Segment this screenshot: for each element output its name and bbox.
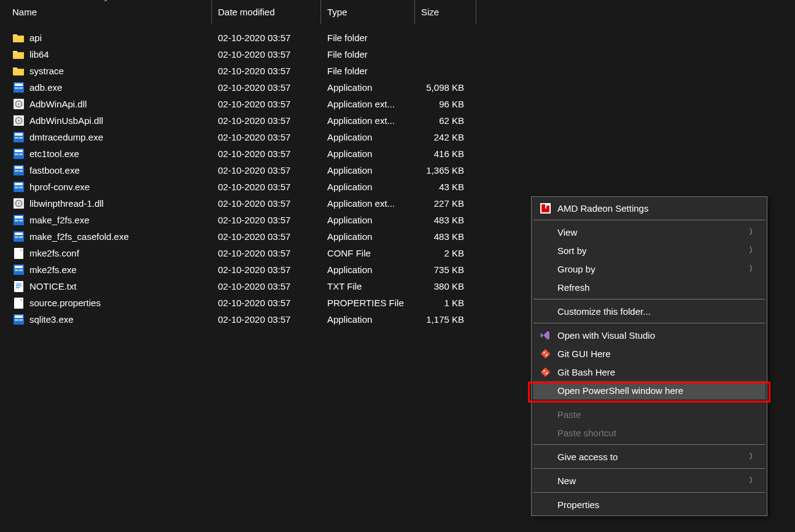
file-row[interactable]: systrace02-10-2020 03:57File folder <box>0 63 795 79</box>
file-date: 02-10-2020 03:57 <box>212 132 321 142</box>
column-header-date-label: Date modified <box>218 7 275 17</box>
sort-ascending-icon: ⌃ <box>103 0 108 6</box>
menu-open-powershell[interactable]: Open PowerShell window here <box>533 381 766 399</box>
chevron-right-icon: 〉 <box>749 263 757 274</box>
column-header-date[interactable]: Date modified <box>212 0 321 24</box>
svg-rect-46 <box>14 298 23 309</box>
menu-git-bash[interactable]: Git Bash Here <box>533 363 766 381</box>
svg-rect-17 <box>19 153 23 155</box>
file-name: make_f2fs.exe <box>29 215 90 225</box>
column-header-name[interactable]: Name ⌃ <box>0 0 212 24</box>
svg-rect-19 <box>15 166 23 169</box>
file-date: 02-10-2020 03:57 <box>212 99 321 109</box>
file-date: 02-10-2020 03:57 <box>212 115 321 126</box>
column-header-size-label: Size <box>421 7 439 17</box>
file-name: NOTICE.txt <box>29 281 77 291</box>
file-row[interactable]: fastboot.exe02-10-2020 03:57Application1… <box>0 162 795 179</box>
file-name: etc1tool.exe <box>29 148 79 159</box>
file-type: PROPERTIES File <box>321 298 415 308</box>
file-row[interactable]: dmtracedump.exe02-10-2020 03:57Applicati… <box>0 129 795 145</box>
file-row[interactable]: adb.exe02-10-2020 03:57Application5,098 … <box>0 79 795 96</box>
column-header-name-label: Name <box>12 7 37 17</box>
file-row[interactable]: api02-10-2020 03:57File folder <box>0 29 795 46</box>
file-date: 02-10-2020 03:57 <box>212 231 321 242</box>
file-name: fastboot.exe <box>29 165 80 175</box>
menu-paste-shortcut: Paste shortcut <box>533 423 766 442</box>
file-row[interactable]: hprof-conv.exe02-10-2020 03:57Applicatio… <box>0 179 795 195</box>
exe-icon <box>12 214 25 226</box>
file-row[interactable]: AdbWinApi.dll02-10-2020 03:57Application… <box>0 96 795 112</box>
menu-properties-label: Properties <box>539 499 757 510</box>
file-size: 242 KB <box>415 132 470 142</box>
file-size: 416 KB <box>415 148 470 159</box>
menu-new[interactable]: New 〉 <box>533 471 766 490</box>
menu-give-access[interactable]: Give access to 〉 <box>533 447 766 466</box>
file-size: 1 KB <box>415 298 470 308</box>
file-type: TXT File <box>321 281 415 291</box>
file-name: AdbWinApi.dll <box>29 99 87 109</box>
menu-view-label: View <box>539 227 749 237</box>
git-icon <box>539 347 551 360</box>
svg-rect-12 <box>15 137 18 139</box>
column-header-size[interactable]: Size <box>415 0 476 24</box>
menu-view[interactable]: View 〉 <box>533 223 766 241</box>
svg-rect-36 <box>19 236 23 238</box>
menu-refresh-label: Refresh <box>539 282 757 293</box>
column-header-type-label: Type <box>327 7 347 17</box>
svg-rect-31 <box>15 220 18 222</box>
file-size: 380 KB <box>415 281 470 291</box>
menu-amd-radeon[interactable]: AMD Radeon Settings <box>533 199 766 217</box>
menu-sort-by[interactable]: Sort by 〉 <box>533 241 766 260</box>
file-date: 02-10-2020 03:57 <box>212 248 321 258</box>
menu-refresh[interactable]: Refresh <box>533 278 766 296</box>
menu-gitbash-label: Git Bash Here <box>556 367 757 377</box>
file-date: 02-10-2020 03:57 <box>212 66 321 76</box>
menu-git-gui[interactable]: Git GUI Here <box>533 344 766 363</box>
column-header-type[interactable]: Type <box>321 0 415 24</box>
menu-separator <box>533 323 765 323</box>
amd-radeon-icon <box>539 202 551 214</box>
file-date: 02-10-2020 03:57 <box>212 33 321 43</box>
file-name: api <box>29 33 42 43</box>
svg-rect-32 <box>19 220 23 222</box>
file-name: adb.exe <box>29 82 62 93</box>
file-size: 1,175 KB <box>415 314 470 325</box>
file-size: 2 KB <box>415 248 470 258</box>
menu-giveaccess-label: Give access to <box>539 452 749 462</box>
txt-icon <box>12 280 25 293</box>
menu-group-by[interactable]: Group by 〉 <box>533 260 766 278</box>
svg-rect-49 <box>15 319 18 321</box>
svg-rect-48 <box>15 315 23 318</box>
menu-open-vs[interactable]: Open with Visual Studio <box>533 326 766 344</box>
exe-icon <box>12 131 25 144</box>
svg-rect-23 <box>15 183 23 185</box>
file-type: File folder <box>321 49 415 60</box>
file-row[interactable]: lib6402-10-2020 03:57File folder <box>0 46 795 63</box>
file-type: File folder <box>321 33 415 43</box>
file-row[interactable]: AdbWinUsbApi.dll02-10-2020 03:57Applicat… <box>0 112 795 129</box>
file-name: dmtracedump.exe <box>29 132 103 142</box>
file-name: make_f2fs_casefold.exe <box>29 231 129 242</box>
svg-rect-54 <box>546 206 549 209</box>
file-type: Application <box>321 82 415 93</box>
svg-rect-44 <box>16 285 21 287</box>
file-name: mke2fs.exe <box>29 264 77 275</box>
file-name: libwinpthread-1.dll <box>29 198 104 209</box>
file-size: 96 KB <box>415 99 470 109</box>
menu-separator <box>533 492 765 493</box>
menu-customize[interactable]: Customize this folder... <box>533 302 766 320</box>
svg-rect-39 <box>15 266 23 268</box>
file-row[interactable]: etc1tool.exe02-10-2020 03:57Application4… <box>0 145 795 162</box>
file-date: 02-10-2020 03:57 <box>212 298 321 308</box>
exe-icon <box>12 264 25 276</box>
dll-icon <box>12 98 25 110</box>
file-type: Application <box>321 231 415 242</box>
file-size: 483 KB <box>415 231 470 242</box>
file-name: systrace <box>29 66 64 76</box>
menu-amd-label: AMD Radeon Settings <box>556 203 757 214</box>
menu-properties[interactable]: Properties <box>533 495 766 514</box>
svg-rect-40 <box>15 269 18 271</box>
file-size: 62 KB <box>415 115 470 126</box>
chevron-right-icon: 〉 <box>749 226 757 237</box>
file-type: Application <box>321 264 415 275</box>
